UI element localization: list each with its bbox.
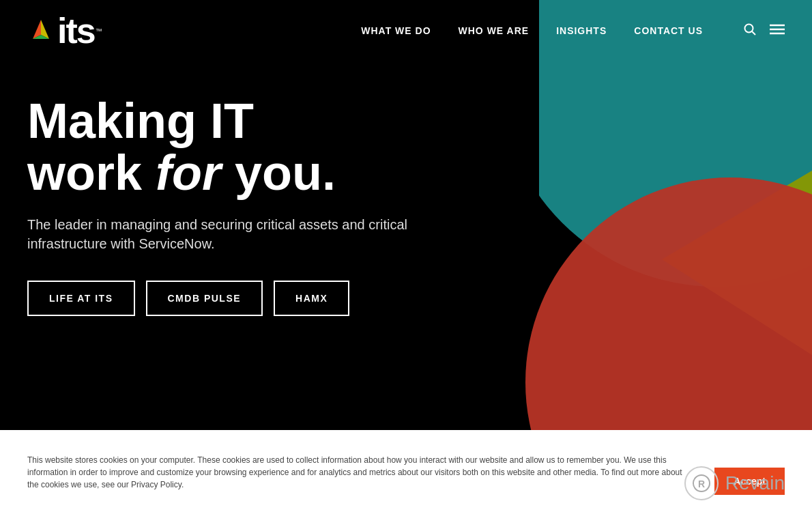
hero-section: its ™ WHAT WE DO WHO WE ARE INSIGHTS CON…	[0, 0, 812, 430]
revain-icon: R	[684, 466, 719, 500]
nav-who-we-are[interactable]: WHO WE ARE	[459, 25, 530, 36]
svg-line-5	[752, 31, 755, 35]
cookie-banner: This website stores cookies on your comp…	[0, 430, 812, 514]
menu-button[interactable]	[770, 24, 785, 38]
logo-trademark: ™	[96, 27, 102, 35]
revain-watermark: R Revain	[684, 466, 785, 500]
logo-text: its	[57, 13, 95, 48]
cmdb-pulse-button[interactable]: CMDB PULSE	[146, 281, 263, 316]
cookie-text: This website stores cookies on your comp…	[27, 454, 694, 491]
nav-links: WHAT WE DO WHO WE ARE INSIGHTS CONTACT U…	[361, 23, 785, 39]
hero-title-line2: work for you.	[27, 145, 336, 200]
hero-you-text: you.	[221, 145, 336, 200]
hero-title: Making IT work for you.	[27, 96, 423, 199]
nav-insights[interactable]: INSIGHTS	[556, 25, 607, 36]
hero-for-text: for	[156, 145, 221, 200]
logo-triangle-icon	[27, 17, 55, 44]
logo[interactable]: its ™	[27, 13, 102, 48]
nav-what-we-do[interactable]: WHAT WE DO	[361, 25, 431, 36]
hero-title-line1: Making IT	[27, 94, 254, 148]
life-at-its-button[interactable]: LIFE AT ITS	[27, 281, 135, 316]
hero-work-text: work	[27, 145, 156, 200]
navbar: its ™ WHAT WE DO WHO WE ARE INSIGHTS CON…	[0, 0, 812, 61]
revain-text: Revain	[725, 472, 785, 494]
search-button[interactable]	[744, 23, 756, 39]
hamx-button[interactable]: HAMX	[274, 281, 349, 316]
svg-point-4	[745, 24, 753, 32]
nav-icons	[744, 23, 785, 39]
hero-buttons: LIFE AT ITS CMDB PULSE HAMX	[27, 281, 423, 316]
hero-subtitle: The leader in managing and securing crit…	[27, 215, 423, 253]
nav-contact-us[interactable]: CONTACT US	[634, 25, 703, 36]
hero-content: Making IT work for you. The leader in ma…	[27, 96, 423, 316]
svg-text:R: R	[698, 479, 705, 489]
